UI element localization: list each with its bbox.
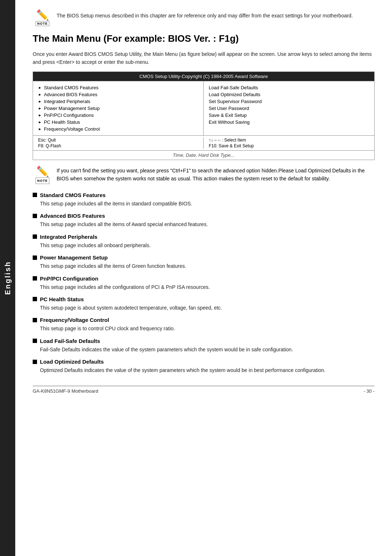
section-advanced-bios: Advanced BIOS Features This setup page i… xyxy=(33,213,375,228)
bios-footer-row: Esc: Quit F8: Q-Flash ↑↓→←: Select Item … xyxy=(33,135,374,150)
section-desc-5: This setup page includes all the configu… xyxy=(33,283,375,291)
arrow-icon-5: ► xyxy=(38,113,42,117)
note-label-2: NOTE xyxy=(36,177,49,184)
bios-footer-esc: Esc: Quit xyxy=(38,137,200,143)
section-heading-failsafe: Load Fail-Safe Defaults xyxy=(33,338,375,344)
bios-right-item-4: Set User Password xyxy=(209,105,369,112)
bios-table-body: ► Standard CMOS Features ► Advanced BIOS… xyxy=(33,81,374,135)
arrow-icon-6: ► xyxy=(38,120,42,124)
page-footer: GA-K8N51GMF-9 Motherboard - 30 - xyxy=(33,386,375,394)
bios-item-4: ► Power Management Setup xyxy=(38,105,198,112)
section-title-5: PnP/PCI Configuration xyxy=(40,275,98,282)
note2-box: ✏️ NOTE If you can't find the setting yo… xyxy=(33,167,375,184)
intro-para: Once you enter Award BIOS CMOS Setup Uti… xyxy=(33,50,375,66)
bios-col-left: ► Standard CMOS Features ► Advanced BIOS… xyxy=(33,81,204,135)
section-desc-3: This setup page includes all onboard per… xyxy=(33,241,375,249)
section-desc-9: Optimized Defaults indicates the value o… xyxy=(33,366,375,374)
bios-status-bar: Time, Date, Hard Disk Type... xyxy=(33,150,374,160)
section-title-7: Frequency/Voltage Control xyxy=(40,317,109,323)
section-desc-4: This setup page includes all the items o… xyxy=(33,262,375,270)
section-optimized-defaults: Load Optimized Defaults Optimized Defaul… xyxy=(33,359,375,374)
bios-table-title: CMOS Setup Utility-Copyright (C) 1984-20… xyxy=(33,72,374,81)
section-desc-7: This setup page is to control CPU clock … xyxy=(33,324,375,332)
bios-item-2: ► Advanced BIOS Features xyxy=(38,91,198,98)
sections-list: Standard CMOS Features This setup page i… xyxy=(33,192,375,375)
note2-icon: ✏️ NOTE xyxy=(33,167,52,184)
section-desc-1: This setup page includes all the items i… xyxy=(33,200,375,208)
bios-item-label-1: Standard CMOS Features xyxy=(44,85,98,90)
section-heading-pchealth: PC Health Status xyxy=(33,296,375,302)
bios-item-label-5: PnP/PCI Configurations xyxy=(44,113,94,118)
bios-item-label-7: Frequency/Voltage Control xyxy=(44,126,100,132)
bios-item-1: ► Standard CMOS Features xyxy=(38,84,198,91)
section-heading-optimized: Load Optimized Defaults xyxy=(33,359,375,365)
note2-text: If you can't find the setting you want, … xyxy=(57,167,375,183)
arrow-icon-4: ► xyxy=(38,106,42,110)
note1-box: ✏️ NOTE The BIOS Setup menus described i… xyxy=(33,10,375,26)
bios-item-5: ► PnP/PCI Configurations xyxy=(38,112,198,119)
bios-item-label-3: Integrated Peripherals xyxy=(44,99,90,104)
bios-item-label-2: Advanced BIOS Features xyxy=(44,92,97,97)
section-title-9: Load Optimized Defaults xyxy=(40,359,104,365)
section-desc-2: This setup page includes all the items o… xyxy=(33,220,375,228)
bios-item-label-4: Power Management Setup xyxy=(44,106,100,111)
bullet-icon-6 xyxy=(33,297,37,301)
section-desc-8: Fail-Safe Defaults indicates the value o… xyxy=(33,346,375,353)
section-heading-pnp: PnP/PCI Configuration xyxy=(33,275,375,282)
bullet-icon-4 xyxy=(33,255,37,260)
bios-right-item-5: Save & Exit Setup xyxy=(209,112,369,119)
bios-footer-f8: F8: Q-Flash xyxy=(38,143,200,149)
section-title-2: Advanced BIOS Features xyxy=(40,213,105,219)
note1-icon: ✏️ NOTE xyxy=(33,10,52,26)
bullet-icon-5 xyxy=(33,276,37,281)
bullet-icon-9 xyxy=(33,360,37,364)
arrow-icon-1: ► xyxy=(38,86,42,90)
section-title-8: Load Fail-Safe Defaults xyxy=(40,338,100,344)
section-pc-health: PC Health Status This setup page is abou… xyxy=(33,296,375,312)
section-standard-cmos: Standard CMOS Features This setup page i… xyxy=(33,192,375,208)
bios-footer-f10: F10: Save & Exit Setup xyxy=(209,143,369,149)
bios-right-item-6: Exit Without Saving xyxy=(209,119,369,126)
section-heading-power: Power Management Setup xyxy=(33,254,375,261)
note-label: NOTE xyxy=(36,21,49,26)
footer-left: GA-K8N51GMF-9 Motherboard xyxy=(33,388,98,394)
section-heading-standard-cmos: Standard CMOS Features xyxy=(33,192,375,198)
section-title-4: Power Management Setup xyxy=(40,254,108,261)
bullet-icon-8 xyxy=(33,339,37,343)
arrow-icon-3: ► xyxy=(38,99,42,103)
bios-footer-right: ↑↓→←: Select Item F10: Save & Exit Setup xyxy=(204,137,369,149)
section-power-management: Power Management Setup This setup page i… xyxy=(33,254,375,270)
section-title-3: Integrated Peripherals xyxy=(40,234,97,240)
section-integrated-peripherals: Integrated Peripherals This setup page i… xyxy=(33,234,375,249)
bullet-icon-7 xyxy=(33,318,37,322)
bios-item-label-6: PC Health Status xyxy=(44,119,80,125)
section-heading-advanced-bios: Advanced BIOS Features xyxy=(33,213,375,219)
section-heading-freq: Frequency/Voltage Control xyxy=(33,317,375,323)
bios-right-item-3: Set Supervisor Password xyxy=(209,98,369,105)
section-fail-safe: Load Fail-Safe Defaults Fail-Safe Defaul… xyxy=(33,338,375,353)
note1-text: The BIOS Setup menus described in this c… xyxy=(57,10,353,20)
footer-right: - 30 - xyxy=(364,388,375,394)
bios-right-item-1: Load Fail-Safe Defaults xyxy=(209,84,369,91)
section-title-6: PC Health Status xyxy=(40,296,84,302)
sidebar-label: English xyxy=(4,261,12,295)
arrow-icon-2: ► xyxy=(38,93,42,97)
section-heading-integrated: Integrated Peripherals xyxy=(33,234,375,240)
bios-item-6: ► PC Health Status xyxy=(38,119,198,126)
bios-item-3: ► Integrated Peripherals xyxy=(38,98,198,105)
bullet-icon-1 xyxy=(33,193,37,197)
section-pnp-pci: PnP/PCI Configuration This setup page in… xyxy=(33,275,375,291)
main-content: ✏️ NOTE The BIOS Setup menus described i… xyxy=(15,0,392,408)
sidebar: English xyxy=(0,0,15,556)
main-heading: The Main Menu (For example: BIOS Ver. : … xyxy=(33,33,375,45)
bios-item-7: ► Frequency/Voltage Control xyxy=(38,126,198,132)
section-frequency: Frequency/Voltage Control This setup pag… xyxy=(33,317,375,332)
section-title-1: Standard CMOS Features xyxy=(40,192,106,198)
bullet-icon-2 xyxy=(33,214,37,218)
bios-col-right: Load Fail-Safe Defaults Load Optimized D… xyxy=(204,81,374,135)
bios-right-item-2: Load Optimized Defaults xyxy=(209,91,369,98)
bullet-icon-3 xyxy=(33,234,37,239)
pencil-icon-2: ✏️ xyxy=(36,167,49,177)
bios-table: CMOS Setup Utility-Copyright (C) 1984-20… xyxy=(33,71,375,160)
pencil-icon: ✏️ xyxy=(36,10,49,20)
